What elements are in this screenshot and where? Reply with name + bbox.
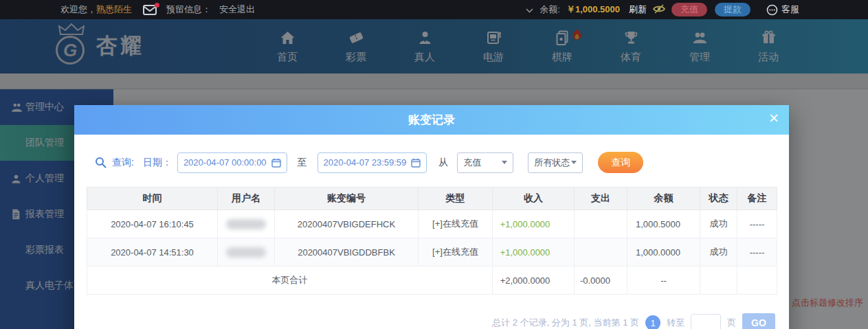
logout-link[interactable]: 安全退出: [219, 3, 255, 16]
recharge-button[interactable]: 充值: [671, 3, 707, 16]
footer-balance: --: [627, 266, 700, 295]
column-header-账变编号[interactable]: 账变编号: [275, 188, 419, 210]
notification-dot: [155, 3, 159, 8]
cell-type: [+]在线充值: [419, 210, 493, 238]
column-header-备注[interactable]: 备注: [737, 188, 777, 210]
search-toolbar: 查询: 日期： 2020-04-07 00:00:00 至 2020-04-07…: [95, 152, 789, 173]
cell-change-id: 20200407VBIGDEFHCK: [275, 210, 419, 238]
cell-time: 2020-04-07 14:51:30: [87, 238, 218, 266]
query-label: 查询:: [112, 157, 134, 169]
balance-value: ￥1,000.5000: [566, 3, 620, 16]
pagination: 总计 2 个记录, 分为 1 页, 当前第 1 页 1 转至 页 GO: [74, 313, 775, 329]
status-select[interactable]: 所有状态: [528, 152, 583, 173]
close-icon[interactable]: ×: [769, 110, 779, 126]
cell-time: 2020-04-07 16:10:45: [87, 210, 218, 238]
reserved-info-label: 预留信息：: [166, 3, 211, 16]
calendar-icon: [411, 158, 421, 168]
cell-change-id: 20200407VBIGDDBFBK: [275, 238, 419, 266]
balance-label: 余额:: [539, 3, 560, 16]
welcome-text: 欢迎您，: [60, 3, 96, 16]
modal-header: 账变记录 ×: [74, 105, 789, 135]
eye-off-icon[interactable]: [653, 4, 665, 16]
cell-note: -----: [737, 210, 777, 238]
service-label: 客服: [781, 3, 799, 16]
column-header-收入[interactable]: 收入: [493, 188, 575, 210]
topbar: 欢迎您， 熟悉陌生 预留信息： 安全退出 余额: ￥1,000.5000 刷新: [0, 0, 868, 19]
caret-down-icon: [571, 161, 577, 164]
cell-balance: 1,000.0000: [627, 238, 700, 266]
table-footer-row: 本页合计+2,000.0000-0.0000--: [87, 266, 777, 295]
column-header-用户名[interactable]: 用户名: [218, 188, 275, 210]
cell-username: [218, 238, 275, 266]
cell-username: [218, 210, 275, 238]
to-label: 至: [298, 157, 307, 169]
footer-income: +2,000.0000: [493, 266, 575, 295]
cell-income: +1,000.0000: [493, 238, 575, 266]
footer-expense: -0.0000: [575, 266, 627, 295]
calendar-icon: [271, 158, 281, 168]
search-button[interactable]: 查询: [598, 152, 643, 173]
goto-label: 转至: [667, 317, 685, 329]
chat-icon: [766, 4, 778, 16]
cell-note: -----: [737, 238, 777, 266]
page-number-button[interactable]: 1: [645, 315, 660, 329]
column-header-时间[interactable]: 时间: [87, 188, 218, 210]
table-header-row: 时间用户名账变编号类型收入支出余额状态备注: [87, 188, 777, 210]
table-row: 2020-04-07 16:10:4520200407VBIGDEFHCK[+]…: [87, 210, 777, 238]
search-icon: [95, 157, 107, 168]
blurred-username: [226, 247, 266, 258]
customer-service-button[interactable]: 客服: [766, 3, 799, 16]
cell-expense: [575, 210, 627, 238]
cell-expense: [575, 238, 627, 266]
refresh-button[interactable]: 刷新: [629, 3, 647, 16]
topbar-left: 欢迎您， 熟悉陌生 预留信息： 安全退出: [60, 3, 255, 16]
date-to-value: 2020-04-07 23:59:59: [324, 157, 407, 168]
app-window: 欢迎您， 熟悉陌生 预留信息： 安全退出 余额: ￥1,000.5000 刷新: [0, 0, 868, 329]
date-to-input[interactable]: 2020-04-07 23:59:59: [318, 152, 427, 173]
goto-page-input[interactable]: [691, 314, 721, 329]
column-header-支出[interactable]: 支出: [575, 188, 627, 210]
cell-income: +1,000.0000: [493, 210, 575, 238]
column-header-类型[interactable]: 类型: [419, 188, 493, 210]
records-table: 时间用户名账变编号类型收入支出余额状态备注2020-04-07 16:10:45…: [87, 187, 777, 295]
modal-title: 账变记录: [408, 112, 455, 128]
username-text: 熟悉陌生: [96, 3, 132, 16]
date-from-input[interactable]: 2020-04-07 00:00:00: [177, 152, 287, 173]
withdraw-button[interactable]: 提款: [715, 3, 750, 16]
go-button[interactable]: GO: [742, 313, 775, 329]
type-select[interactable]: 充值: [457, 152, 513, 173]
column-header-余额[interactable]: 余额: [627, 188, 700, 210]
table-row: 2020-04-07 14:51:3020200407VBIGDDBFBK[+]…: [87, 238, 777, 266]
date-from-value: 2020-04-07 00:00:00: [183, 157, 267, 168]
status-select-value: 所有状态: [534, 157, 570, 169]
blurred-username: [226, 219, 266, 229]
cell-status: 成功: [700, 238, 737, 266]
pagination-summary: 总计 2 个记录, 分为 1 页, 当前第 1 页: [492, 317, 639, 329]
mail-icon[interactable]: [143, 5, 157, 15]
footer-note: [737, 266, 777, 295]
topbar-right: 余额: ￥1,000.5000 刷新 充值 提款 客服: [526, 3, 799, 16]
footer-status: [700, 266, 737, 295]
caret-down-icon: [502, 161, 507, 164]
chevron-down-icon[interactable]: [526, 5, 533, 15]
type-select-value: 充值: [463, 157, 481, 169]
column-header-状态[interactable]: 状态: [700, 188, 737, 210]
cell-balance: 1,000.5000: [627, 210, 700, 238]
cell-type: [+]在线充值: [419, 238, 493, 266]
from-label: 从: [438, 157, 448, 169]
page-unit-label: 页: [727, 317, 736, 329]
date-label: 日期：: [143, 157, 172, 169]
cell-status: 成功: [700, 210, 737, 238]
account-change-modal: 账变记录 × 查询: 日期： 2020-04-07 00:00:00: [74, 105, 789, 329]
footer-label: 本页合计: [87, 266, 493, 295]
